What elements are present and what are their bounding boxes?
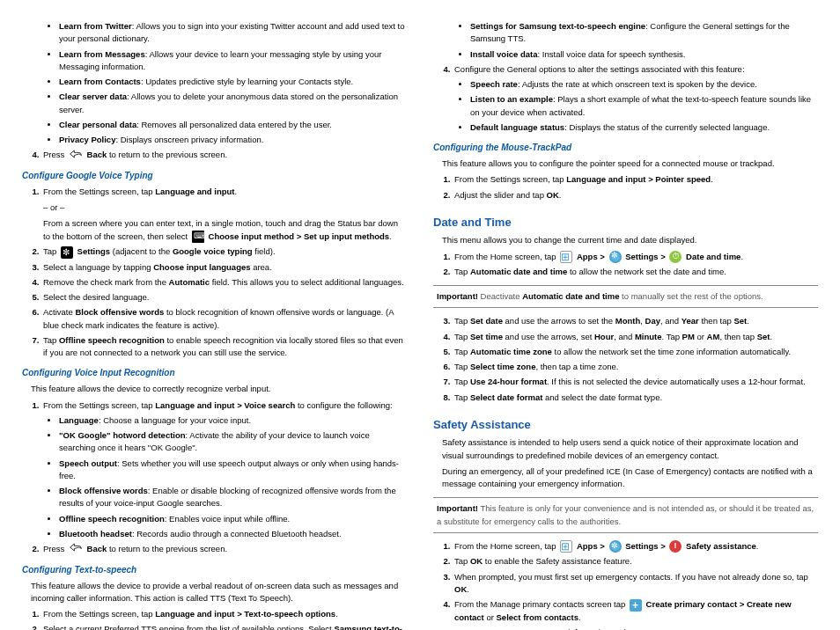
- list-item: Learn from Twitter: Allows you to sign i…: [59, 20, 407, 46]
- list-item: Install voice data: Install voice data f…: [470, 48, 818, 61]
- heading-voice-input: Configuring Voice Input Recognition: [22, 366, 407, 379]
- tts-step4-bullets: Speech rate: Adjusts the rate at which o…: [458, 78, 818, 134]
- twitter-list: Learn from Twitter: Allows you to sign i…: [47, 20, 407, 146]
- tts-bullets-cont: Settings for Samsung text-to-speech engi…: [458, 20, 818, 61]
- safety-intro1: Safety assistance is intended to help us…: [442, 436, 818, 462]
- date-intro: This menu allows you to change the curre…: [442, 234, 818, 246]
- date-steps-a: From the Home screen, tap Apps > Setting…: [440, 251, 818, 279]
- list-item: Speech rate: Adjusts the rate at which o…: [470, 78, 818, 91]
- list-item: Adjust the slider and tap OK.: [453, 189, 818, 201]
- list-item: Tap Settings (adjacent to the Google voi…: [41, 245, 407, 258]
- keyboard-icon: [192, 231, 204, 243]
- list-item: Language: Choose a language for your voi…: [59, 414, 407, 427]
- page-columns: Learn from Twitter: Allows you to sign i…: [22, 18, 818, 630]
- settings-circle-icon: [609, 251, 622, 263]
- back-icon: [69, 150, 83, 162]
- list-item: When prompted, you must first set up eme…: [453, 571, 818, 597]
- list-item: From the Manage primary contacts screen …: [453, 598, 818, 624]
- safety-intro2: During an emergency, all of your predefi…: [442, 465, 818, 491]
- list-item: Learn from Contacts: Updates predictive …: [59, 76, 407, 88]
- important-note-date: Important! Deactivate Automatic date and…: [433, 285, 818, 308]
- list-item: Press Back to return to the previous scr…: [41, 543, 407, 556]
- list-item: From the Settings screen, tap Language a…: [41, 608, 407, 620]
- list-item: Clear personal data: Removes all persona…: [59, 119, 407, 131]
- list-item: Block offensive words: Enable or disable…: [59, 485, 407, 510]
- list-item: Bluetooth headset: Records audio through…: [59, 528, 407, 540]
- list-item: Learn from Messages: Allows your device …: [59, 48, 407, 74]
- list-item: Tap Set time and use the arrows, set Hou…: [453, 331, 818, 343]
- list-item: From the Settings screen, tap Language a…: [41, 399, 407, 412]
- list-item: From the Settings screen, tap Language a…: [453, 173, 818, 186]
- press-back-step: Press Back to return to the previous scr…: [29, 149, 407, 162]
- list-item: Listen to an example: Plays a short exam…: [470, 93, 818, 119]
- voice-input-bullets: Language: Choose a language for your voi…: [47, 414, 407, 540]
- list-item: Tap OK to enable the Safety assistance f…: [453, 555, 818, 568]
- mouse-steps: From the Settings screen, tap Language a…: [440, 173, 818, 201]
- list-item: From the Home screen, tap Apps > Setting…: [453, 251, 818, 263]
- list-item: Select the desired language.: [41, 291, 407, 304]
- list-item: Clear server data: Allows you to delete …: [59, 91, 407, 116]
- list-item: Tap Use 24-hour format. If this is not s…: [453, 376, 818, 388]
- tts-intro: This feature allows the device to provid…: [31, 580, 407, 605]
- right-column: Settings for Samsung text-to-speech engi…: [433, 18, 818, 630]
- list-item: Press Back to return to the previous scr…: [41, 149, 407, 162]
- voice-input-intro: This feature allows the device to correc…: [31, 383, 407, 395]
- apps-icon: [560, 251, 572, 263]
- voice-input-step2: Press Back to return to the previous scr…: [29, 543, 407, 556]
- gear-icon: [61, 246, 73, 259]
- list-item: Select a language by tapping Choose inpu…: [41, 261, 407, 274]
- back-icon: [69, 543, 83, 555]
- list-item: "OK Google" hotword detection: Activate …: [59, 429, 407, 455]
- list-item: Activate Block offensive words to block …: [41, 306, 407, 332]
- mouse-intro: This feature allows you to configure the…: [442, 158, 818, 170]
- apps-icon: [560, 540, 572, 553]
- list-item: Default language status: Displays the st…: [470, 121, 818, 134]
- alert-icon: [669, 540, 682, 553]
- heading-tts: Configuring Text-to-speech: [22, 563, 407, 576]
- list-item: Remove the check mark from the Automatic…: [41, 276, 407, 289]
- list-item: Tap Select time zone, then tap a time zo…: [453, 361, 818, 373]
- heading-date-time: Date and Time: [433, 214, 818, 231]
- list-item: Tap Select date format and select the da…: [453, 392, 818, 404]
- tts-step4: Configure the General options to alter t…: [440, 63, 818, 76]
- list-item: From the Settings screen, tap Language a…: [41, 186, 407, 243]
- voice-input-steps: From the Settings screen, tap Language a…: [29, 399, 407, 412]
- list-item: Configure the General options to alter t…: [453, 63, 818, 76]
- heading-safety: Safety Assistance: [433, 416, 818, 434]
- list-item: Speech output: Sets whether you will use…: [59, 458, 407, 483]
- date-steps-b: Tap Set date and use the arrows to set t…: [440, 315, 818, 404]
- list-item: Enter your emergency contact information…: [453, 626, 818, 630]
- tts-steps: From the Settings screen, tap Language a…: [29, 608, 407, 630]
- clock-icon: [669, 251, 682, 263]
- list-item: Select a current Preferred TTS engine fr…: [41, 623, 407, 630]
- important-note-safety: Important! This feature is only for your…: [433, 497, 818, 533]
- left-column: Learn from Twitter: Allows you to sign i…: [22, 18, 407, 630]
- list-item: Tap Set date and use the arrows to set t…: [453, 315, 818, 327]
- google-voice-steps: From the Settings screen, tap Language a…: [29, 186, 407, 359]
- heading-google-voice: Configure Google Voice Typing: [22, 169, 407, 182]
- list-item: Tap Offline speech recognition to enable…: [41, 334, 407, 360]
- list-item: Settings for Samsung text-to-speech engi…: [470, 20, 818, 46]
- list-item: Offline speech recognition: Enables voic…: [59, 513, 407, 525]
- settings-circle-icon: [609, 540, 622, 553]
- heading-mouse: Configuring the Mouse-TrackPad: [433, 141, 818, 154]
- list-item: Tap Automatic time zone to allow the net…: [453, 346, 818, 358]
- list-item: From the Home screen, tap Apps > Setting…: [453, 540, 818, 553]
- list-item: Privacy Policy: Displays onscreen privac…: [59, 134, 407, 146]
- plus-icon: [630, 599, 642, 612]
- safety-steps: From the Home screen, tap Apps > Setting…: [440, 540, 818, 630]
- list-item: Tap Automatic date and time to allow the…: [453, 266, 818, 278]
